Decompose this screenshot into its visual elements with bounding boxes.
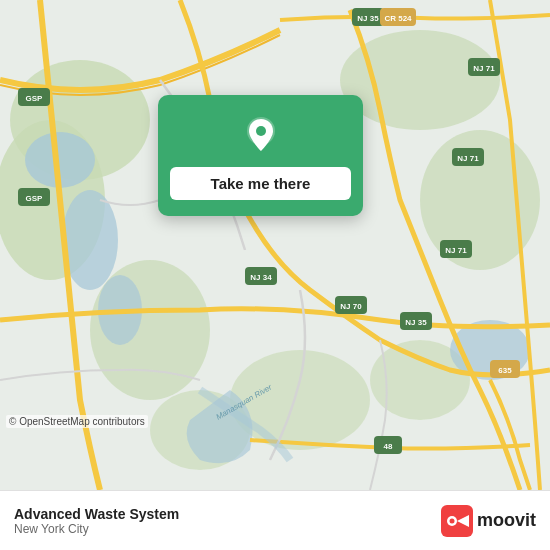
location-pin-icon <box>239 113 283 157</box>
svg-text:NJ 35: NJ 35 <box>357 14 379 23</box>
popup-card: Take me there <box>158 95 363 216</box>
svg-text:CR 524: CR 524 <box>384 14 412 23</box>
svg-text:NJ 34: NJ 34 <box>250 273 272 282</box>
svg-text:GSP: GSP <box>26 94 44 103</box>
svg-point-42 <box>449 518 454 523</box>
svg-text:NJ 71: NJ 71 <box>445 246 467 255</box>
svg-text:NJ 71: NJ 71 <box>457 154 479 163</box>
svg-text:635: 635 <box>498 366 512 375</box>
svg-text:48: 48 <box>384 442 393 451</box>
moovit-logo: moovit <box>441 505 536 537</box>
svg-text:GSP: GSP <box>26 194 44 203</box>
moovit-icon <box>441 505 473 537</box>
info-bar: Advanced Waste System New York City moov… <box>0 490 550 550</box>
svg-text:NJ 71: NJ 71 <box>473 64 495 73</box>
location-info: Advanced Waste System New York City <box>14 506 179 536</box>
svg-text:NJ 35: NJ 35 <box>405 318 427 327</box>
location-name: Advanced Waste System <box>14 506 179 522</box>
location-city: New York City <box>14 522 179 536</box>
moovit-text: moovit <box>477 510 536 531</box>
take-me-there-button[interactable]: Take me there <box>170 167 351 200</box>
map-container: NJ 34 NJ 35 NJ 35 NJ 70 NJ 71 NJ 71 NJ 7… <box>0 0 550 490</box>
map-attribution: © OpenStreetMap contributors <box>6 415 148 428</box>
svg-text:NJ 70: NJ 70 <box>340 302 362 311</box>
svg-point-39 <box>256 126 266 136</box>
